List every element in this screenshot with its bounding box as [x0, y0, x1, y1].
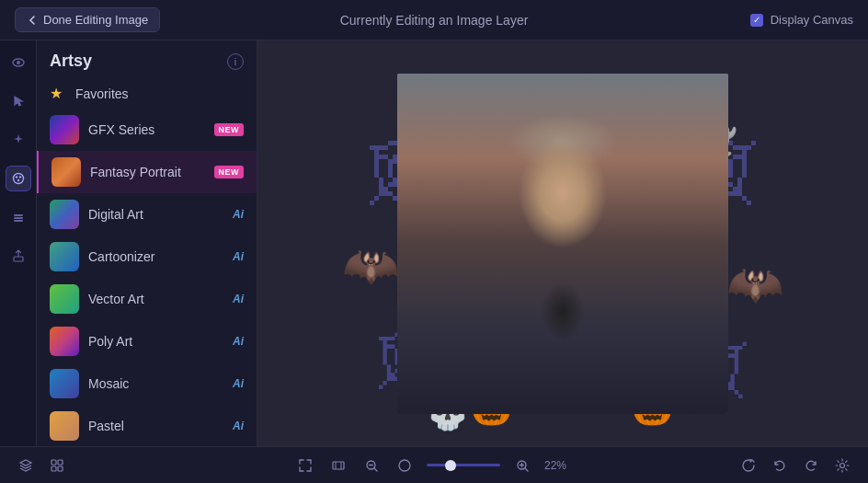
ai-badge: Ai — [233, 335, 244, 348]
sidebar-title: Artsy — [50, 52, 92, 71]
new-badge: NEW — [214, 166, 245, 178]
layers-tool-icon[interactable] — [15, 454, 37, 477]
sidebar-item-label: Favorites — [75, 86, 244, 101]
bat-left-decor: 🦇 — [342, 239, 399, 293]
export-icon-btn[interactable] — [6, 243, 31, 269]
svg-rect-7 — [14, 217, 23, 219]
main-content: Artsy i ★ Favorites GFX Series NEW Fanta… — [0, 40, 868, 446]
ai-badge: Ai — [233, 208, 244, 221]
svg-rect-12 — [51, 466, 56, 471]
sidebar-item-vector-art[interactable]: Vector Art Ai — [37, 278, 257, 320]
display-canvas-label: Display Canvas — [771, 13, 853, 27]
item-thumbnail — [50, 284, 79, 314]
item-thumbnail — [50, 369, 79, 398]
canvas-area: 🕸 🕸 🕸 🕸 🦇 🦇 💀 🎃 🎃 👻 — [257, 40, 868, 446]
settings-icon[interactable] — [831, 454, 853, 477]
sparkle-icon — [11, 132, 26, 147]
bat-right-decor: 🦇 — [726, 258, 783, 311]
sidebar-item-label: Poly Art — [88, 334, 223, 349]
item-thumbnail — [50, 200, 79, 229]
svg-rect-11 — [58, 460, 63, 465]
visibility-icon-btn[interactable] — [6, 50, 31, 75]
eye-icon — [11, 55, 26, 70]
grid-icon[interactable] — [46, 454, 68, 477]
svg-point-2 — [13, 174, 23, 184]
svg-rect-10 — [51, 460, 56, 465]
item-thumbnail — [51, 157, 81, 187]
redo-icon[interactable] — [800, 454, 822, 477]
sidebar-item-poly-art[interactable]: Poly Art Ai — [37, 320, 257, 362]
export-icon — [11, 248, 26, 263]
item-thumbnail — [50, 411, 79, 441]
toolbar-right — [737, 454, 853, 477]
zoom-percent-label: 22% — [544, 459, 574, 472]
svg-rect-14 — [333, 462, 344, 469]
sidebar-item-label: Cartoonizer — [88, 249, 223, 264]
ai-badge: Ai — [233, 293, 244, 305]
top-bar: Done Editing Image Currently Editing an … — [0, 0, 868, 40]
sidebar-header: Artsy i — [37, 40, 257, 78]
fit-screen-icon[interactable] — [294, 454, 316, 477]
info-icon-button[interactable]: i — [227, 53, 244, 70]
artsy-icon-btn[interactable] — [6, 166, 31, 191]
sidebar-item-label: Fantasy Portrait — [90, 165, 205, 179]
zoom-circle-icon[interactable] — [394, 454, 416, 477]
sidebar-item-label: Vector Art — [88, 292, 223, 306]
canvas-wrapper: 🕸 🕸 🕸 🕸 🦇 🦇 💀 🎃 🎃 👻 — [397, 74, 728, 414]
reset-icon[interactable] — [737, 454, 760, 477]
svg-rect-9 — [14, 257, 23, 261]
select-icon-btn[interactable] — [6, 88, 31, 114]
zoom-fit-icon[interactable] — [327, 454, 349, 477]
toolbar-center: 22% — [294, 454, 574, 477]
undo-icon[interactable] — [769, 454, 791, 477]
zoom-out-icon[interactable] — [360, 454, 383, 477]
display-canvas-toggle[interactable]: ✓ Display Canvas — [750, 13, 853, 27]
item-thumbnail — [50, 327, 79, 356]
back-arrow-icon — [27, 15, 38, 26]
icon-bar — [0, 40, 37, 446]
ai-badge: Ai — [233, 420, 244, 432]
svg-point-1 — [17, 61, 20, 64]
effects-icon-btn[interactable] — [6, 127, 31, 153]
toolbar-left — [15, 454, 68, 477]
canvas-image[interactable] — [397, 74, 728, 414]
layers-icon-btn[interactable] — [6, 204, 31, 230]
zoom-slider[interactable] — [427, 464, 500, 466]
sidebar-item-cartoonizer[interactable]: Cartoonizer Ai — [37, 236, 257, 278]
sidebar-item-label: Pastel — [88, 419, 223, 433]
sidebar-item-label: Mosaic — [88, 376, 223, 391]
sidebar-item-digital-art[interactable]: Digital Art Ai — [37, 193, 257, 236]
display-canvas-checkbox[interactable]: ✓ — [750, 14, 763, 27]
svg-point-18 — [840, 463, 845, 467]
sidebar-item-mosaic[interactable]: Mosaic Ai — [37, 362, 257, 405]
sidebar-item-gfx-series[interactable]: GFX Series NEW — [37, 109, 257, 151]
sidebar: Artsy i ★ Favorites GFX Series NEW Fanta… — [37, 40, 257, 446]
svg-point-5 — [17, 179, 18, 181]
sidebar-list: ★ Favorites GFX Series NEW Fantasy Portr… — [37, 78, 257, 446]
zoom-thumb[interactable] — [445, 460, 456, 471]
bottom-toolbar: 22% — [0, 446, 868, 483]
ai-badge: Ai — [233, 377, 244, 390]
layers-icon — [11, 210, 26, 224]
sidebar-item-label: GFX Series — [88, 122, 205, 137]
cursor-icon — [11, 94, 26, 109]
ai-badge: Ai — [233, 250, 244, 263]
item-thumbnail — [50, 242, 79, 271]
page-title: Currently Editing an Image Layer — [340, 13, 529, 28]
svg-rect-6 — [14, 214, 23, 216]
sidebar-item-favorites[interactable]: ★ Favorites — [37, 78, 257, 109]
sidebar-item-pastel[interactable]: Pastel Ai — [37, 405, 257, 446]
done-editing-button[interactable]: Done Editing Image — [15, 7, 160, 32]
svg-rect-8 — [14, 220, 23, 222]
palette-icon — [11, 171, 26, 186]
svg-point-16 — [399, 460, 410, 471]
done-button-label: Done Editing Image — [43, 13, 148, 27]
item-thumbnail — [50, 115, 79, 144]
new-badge: NEW — [214, 123, 245, 136]
star-icon: ★ — [50, 85, 63, 102]
sidebar-item-fantasy-portrait[interactable]: Fantasy Portrait NEW — [37, 151, 257, 193]
zoom-in-icon[interactable] — [511, 454, 533, 477]
svg-rect-13 — [58, 466, 63, 471]
svg-point-3 — [15, 176, 17, 178]
sidebar-item-label: Digital Art — [88, 207, 223, 222]
